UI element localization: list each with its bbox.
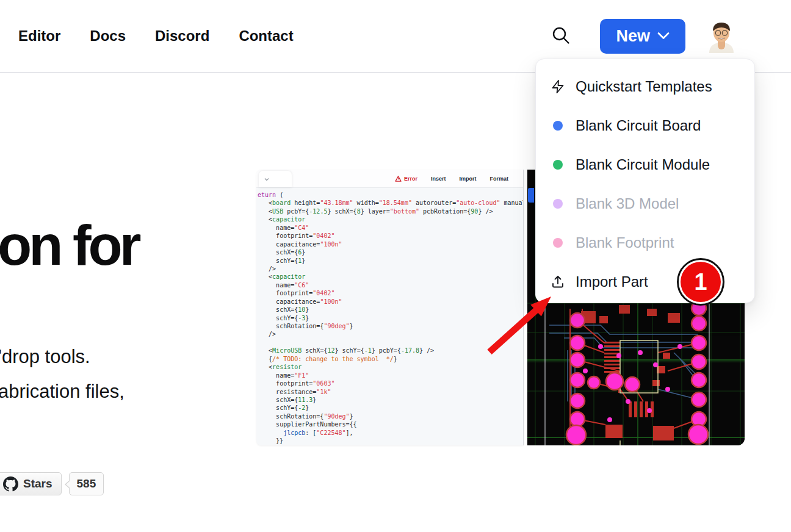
code-line: resistance="1k"	[258, 388, 523, 396]
lightning-icon	[551, 79, 565, 94]
menu-item-label: Blank 3D Model	[576, 195, 679, 212]
nav-link-editor[interactable]: Editor	[18, 27, 60, 45]
code-line: <capacitor	[258, 273, 523, 281]
code-line: schX={11.3}	[258, 396, 523, 404]
code-line: schY={1}	[258, 257, 523, 265]
code-line: }}	[258, 437, 523, 445]
github-widget: Stars 585	[0, 472, 104, 495]
menu-item-label: Blank Circuit Board	[576, 117, 701, 134]
search-icon	[551, 26, 571, 45]
code-line: capacitance="100n"	[258, 240, 523, 248]
annotation-arrow	[482, 291, 558, 358]
menu-item-blank-3d-model[interactable]: Blank 3D Model	[536, 184, 754, 223]
nav-links: EditorDocsDiscordContact	[18, 27, 294, 45]
code-line: <board height="43.18mm" width="18.54mm" …	[258, 199, 523, 207]
github-star-count[interactable]: 585	[69, 472, 104, 495]
code-line: eturn (	[258, 191, 523, 199]
code-line: <USB pcbY={-12.5} schX={8} layer="bottom…	[258, 207, 523, 215]
code-line: name="C6"	[258, 281, 523, 289]
code-line: />	[258, 265, 523, 273]
new-button[interactable]: New	[600, 19, 685, 54]
annotation-step-badge: 1	[677, 258, 724, 306]
menu-item-quickstart-templates[interactable]: Quickstart Templates	[536, 67, 754, 106]
header-right-cluster: New	[551, 19, 737, 54]
menu-item-blank-footprint[interactable]: Blank Footprint	[536, 223, 754, 262]
search-button[interactable]	[551, 26, 571, 46]
code-line: schX={6}	[258, 248, 523, 256]
hero-heading-fragment: on for	[0, 212, 139, 278]
nav-link-contact[interactable]: Contact	[239, 27, 293, 45]
code-line: jlcpcb: ["C22548"],	[258, 429, 523, 437]
code-line: name="F1"	[258, 372, 523, 379]
hero-paragraph-fragment: 'drop tools. abrication files,	[0, 339, 125, 409]
github-stars-label: Stars	[23, 477, 52, 491]
code-line: name="C4"	[258, 224, 523, 232]
annotation-step-number: 1	[681, 262, 721, 302]
menu-item-label: Blank Footprint	[576, 234, 674, 251]
hero-paragraph-line-2: abrication files,	[0, 374, 125, 409]
menu-item-import-part[interactable]: Import Part1	[536, 262, 754, 301]
code-line: <capacitor	[258, 215, 523, 223]
nav-link-docs[interactable]: Docs	[90, 27, 126, 45]
code-line: <resistor	[258, 363, 523, 371]
github-octocat-icon	[3, 476, 18, 492]
color-dot-icon	[553, 199, 563, 209]
editor-error-label: Error	[404, 176, 417, 182]
github-stars-button[interactable]: Stars	[0, 472, 62, 495]
run-button-sliver	[528, 188, 534, 203]
editor-error-indicator: Error	[395, 176, 417, 182]
color-dot-icon	[553, 160, 563, 170]
user-avatar-photo	[706, 19, 737, 53]
warning-triangle-icon	[395, 176, 402, 182]
color-dot-icon	[553, 121, 563, 131]
code-line: schRotation={"90deg"}	[258, 412, 523, 420]
code-line: schY={-2}	[258, 404, 523, 412]
upload-icon	[551, 275, 565, 289]
chevron-down-icon	[657, 32, 670, 40]
menu-item-blank-circuit-module[interactable]: Blank Circuit Module	[536, 145, 754, 184]
editor-toolbar: Error InsertImportFormat	[256, 170, 523, 188]
user-avatar[interactable]	[706, 19, 737, 53]
menu-item-label: Blank Circuit Module	[576, 156, 710, 173]
menu-item-label: Import Part	[576, 273, 648, 290]
code-line: supplierPartNumbers={{	[258, 420, 523, 428]
editor-toolbar-item-format: Format	[489, 176, 508, 182]
hero-paragraph-line-1: 'drop tools.	[0, 339, 125, 374]
nav-link-discord[interactable]: Discord	[155, 27, 209, 45]
editor-file-tab	[259, 171, 292, 187]
color-dot-icon	[553, 238, 563, 248]
editor-toolbar-item-insert: Insert	[431, 176, 446, 182]
new-menu: Quickstart TemplatesBlank Circuit BoardB…	[535, 59, 755, 303]
menu-item-label: Quickstart Templates	[576, 78, 712, 95]
caret-down-icon	[264, 178, 269, 181]
code-line: footprint="0603"	[258, 379, 523, 387]
menu-item-blank-circuit-board[interactable]: Blank Circuit Board	[536, 106, 754, 145]
editor-toolbar-item-import: Import	[459, 176, 476, 182]
new-button-label: New	[616, 27, 650, 46]
code-line: footprint="0402"	[258, 232, 523, 240]
